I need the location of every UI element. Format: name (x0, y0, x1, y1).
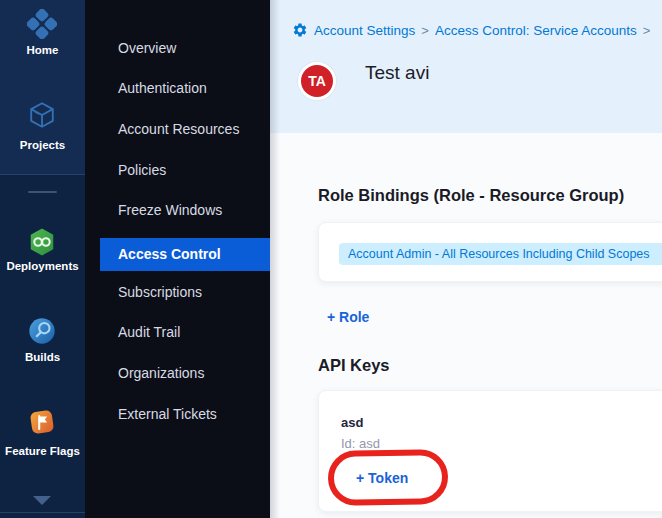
breadcrumb: Account Settings > Access Control: Servi… (292, 22, 650, 38)
settings-nav: Overview Authentication Account Resource… (85, 0, 270, 518)
api-key-id: Id: asd (341, 436, 380, 451)
role-binding-tag-partial (651, 243, 662, 265)
chevron-down-icon[interactable] (33, 496, 51, 505)
rail-label-feature-flags: Feature Flags (0, 445, 85, 457)
breadcrumb-separator: > (421, 23, 429, 38)
feature-flags-icon (27, 407, 57, 437)
breadcrumb-account-settings[interactable]: Account Settings (314, 23, 415, 38)
deployments-cd-icon (27, 227, 57, 257)
breadcrumb-access-control-service-accounts[interactable]: Access Control: Service Accounts (435, 23, 637, 38)
breadcrumb-separator: > (643, 23, 651, 38)
module-rail: Home Projects De (0, 0, 85, 518)
rail-label-projects: Projects (0, 139, 85, 151)
nav-item-subscriptions[interactable]: Subscriptions (85, 276, 270, 309)
nav-item-external-tickets[interactable]: External Tickets (85, 398, 270, 431)
rail-divider (28, 191, 57, 193)
builds-ci-icon (27, 316, 57, 346)
rail-label-deployments: Deployments (0, 260, 85, 272)
role-binding-tag: Account Admin - All Resources Including … (339, 243, 659, 265)
role-bindings-card: Account Admin - All Resources Including … (318, 222, 662, 282)
api-keys-title: API Keys (318, 356, 390, 375)
rail-label-home: Home (0, 44, 85, 56)
nav-item-overview[interactable]: Overview (85, 32, 270, 65)
nav-item-access-control[interactable]: Access Control (100, 238, 270, 271)
add-token-button[interactable]: + Token (356, 470, 408, 486)
nav-item-account-resources[interactable]: Account Resources (85, 113, 270, 146)
rail-bottom-divider (0, 512, 85, 513)
api-key-name: asd (341, 415, 363, 430)
home-modules-icon (27, 9, 57, 39)
role-bindings-title: Role Bindings (Role - Resource Group) (318, 186, 624, 205)
rail-label-builds: Builds (0, 351, 85, 363)
add-role-button[interactable]: + Role (327, 309, 369, 325)
gear-icon (292, 22, 308, 38)
main-content: Account Settings > Access Control: Servi… (270, 0, 662, 518)
nav-item-freeze-windows[interactable]: Freeze Windows (85, 194, 270, 227)
app-window: Home Projects De (0, 0, 662, 518)
nav-item-organizations[interactable]: Organizations (85, 357, 270, 390)
avatar: TA (298, 62, 336, 100)
api-key-card: asd Id: asd + Token (318, 390, 662, 512)
nav-item-audit-trail[interactable]: Audit Trail (85, 316, 270, 349)
nav-item-authentication[interactable]: Authentication (85, 72, 270, 105)
page-title: Test avi (365, 62, 429, 84)
nav-item-policies[interactable]: Policies (85, 154, 270, 187)
projects-cube-icon (27, 100, 57, 130)
